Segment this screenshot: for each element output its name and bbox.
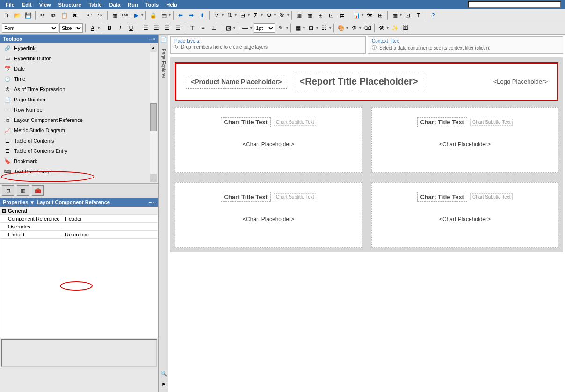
report-title-placeholder[interactable]: <Report Title Placeholder> [295,73,423,90]
lock-icon[interactable]: 🔒 [148,11,158,20]
paste-icon[interactable]: 📋 [59,11,69,20]
condition-icon[interactable]: ⚑ [160,382,167,389]
toolbox-metric-studio[interactable]: 📈Metric Studio Diagram [0,125,158,135]
chart-cell-3[interactable]: Chart Title TextChart Subtitle Text <Cha… [175,182,362,248]
font-select[interactable]: Font [2,23,58,33]
valign-top-icon[interactable]: ⊤ [188,23,197,33]
menu-table[interactable]: Table [85,1,106,8]
query-icon[interactable]: 🔍 [160,371,167,378]
bullets-icon[interactable]: ☷ [319,23,329,33]
delete-icon[interactable]: ✖ [70,11,80,20]
chart-cell-4[interactable]: Chart Title TextChart Subtitle Text <Cha… [371,182,558,248]
map-icon[interactable]: 🗺 [365,11,374,20]
context-filter-zone[interactable]: Context filter: ⓘSelect a data container… [368,36,563,54]
toolbox-textbox-prompt[interactable]: ⌨Text Box Prompt [0,166,158,177]
tab-insertable[interactable]: ⊞ [2,185,14,196]
text-icon[interactable]: T [414,11,423,20]
size-select[interactable]: Size [59,23,83,33]
italic-icon[interactable]: I [116,23,125,33]
props-group-general[interactable]: ⊟General [0,207,158,215]
line-color-icon[interactable]: ✎ [276,23,286,33]
sum-icon[interactable]: Σ [251,11,261,20]
logo-placeholder[interactable]: <Logo Placeholder> [493,78,548,85]
report-header-block[interactable]: <Product Name Placeholder> <Report Title… [175,62,558,101]
filter-icon[interactable]: ⧩ [212,11,221,20]
tab-toolbox[interactable]: 🧰 [32,185,44,196]
scrollbar[interactable]: ▲ [150,44,157,182]
group-icon[interactable]: ⊟ [238,11,247,20]
menu-file[interactable]: File [2,1,18,8]
pages-icon[interactable]: 📄 [160,36,167,44]
copy-icon[interactable]: ⧉ [49,11,58,20]
menu-structure[interactable]: Structure [55,1,85,8]
props-row-embed[interactable]: EmbedReference [0,231,158,239]
valign-middle-icon[interactable]: ≡ [198,23,208,33]
toolbox-hyperlink[interactable]: 🔗Hyperlink [0,43,158,53]
validate-icon[interactable]: ▦ [110,11,119,20]
undo-icon[interactable]: ↶ [85,11,94,20]
toolbox-hyperlink-button[interactable]: ▭Hyperlink Button [0,53,158,64]
list-icon[interactable]: ▥ [294,11,304,20]
new-icon[interactable]: 🗋 [2,11,11,20]
headers-icon[interactable]: ▤ [159,11,168,20]
toolbox-time[interactable]: 🕒Time [0,74,158,84]
minimize-icon[interactable]: – [149,200,152,205]
table-icon[interactable]: ▦ [390,11,399,20]
image-icon[interactable]: 🖼 [401,23,410,33]
tab-data[interactable]: ▥ [17,185,29,196]
calc-icon[interactable]: ⚙ [264,11,274,20]
toolbox-asoftime[interactable]: ⏱As of Time Expression [0,84,158,94]
crosstab-icon[interactable]: ▦ [305,11,314,20]
search-input[interactable] [468,1,561,8]
tools-icon[interactable]: 🛠 [377,23,386,33]
chart-cell-2[interactable]: Chart Title TextChart Subtitle Text <Cha… [371,107,558,173]
menu-run[interactable]: Run [124,1,141,8]
xml-icon[interactable]: XML [121,11,130,20]
sort-icon[interactable]: ⇅ [225,11,234,20]
up-icon[interactable]: ⬆ [197,11,207,20]
help-icon[interactable]: ? [428,11,438,20]
toolbox-layout-component-reference[interactable]: ⧉Layout Component Reference [0,115,158,125]
run-icon[interactable]: ▶ [131,11,141,20]
align-right-icon[interactable]: ☰ [162,23,172,33]
menu-data[interactable]: Data [105,1,124,8]
menu-edit[interactable]: Edit [18,1,36,8]
minimize-icon[interactable]: – [149,36,152,42]
chart-icon[interactable]: 📊 [352,11,361,20]
open-icon[interactable]: 📂 [13,11,22,20]
bold-icon[interactable]: B [105,23,114,33]
toolbox-toc[interactable]: ☰Table of Contents [0,135,158,146]
menu-help[interactable]: Help [162,1,181,8]
padding-icon[interactable]: ⊡ [306,23,316,33]
chart-cell-1[interactable]: Chart Title TextChart Subtitle Text <Cha… [175,107,362,173]
line-width-select[interactable]: 1pt [254,23,275,33]
close-icon[interactable]: ▫ [153,36,155,42]
wand-icon[interactable]: ✨ [390,23,399,33]
back-icon[interactable]: ⬅ [176,11,185,20]
save-icon[interactable]: 💾 [23,11,33,20]
bg-color-icon[interactable]: ▨ [224,23,233,33]
align-left-icon[interactable]: ☰ [141,23,150,33]
underline-icon[interactable]: U [126,23,136,33]
product-name-placeholder[interactable]: <Product Name Placeholder> [186,75,287,89]
border-icon[interactable]: ▦ [293,23,303,33]
scroll-up-icon[interactable]: ▲ [150,44,157,52]
font-color-icon[interactable]: A [88,23,97,33]
swap-icon[interactable]: ⇄ [337,11,347,20]
style-icon[interactable]: 🎨 [336,23,346,33]
conditional-icon[interactable]: ⚗ [349,23,359,33]
cut-icon[interactable]: ✂ [38,11,47,20]
align-center-icon[interactable]: ☰ [152,23,161,33]
close-icon[interactable]: ▫ [153,200,155,205]
scroll-thumb[interactable] [150,103,157,131]
valign-bottom-icon[interactable]: ⊥ [209,23,218,33]
toolbox-date[interactable]: 📅Date [0,64,158,74]
props-row-overrides[interactable]: Overrides [0,223,158,231]
percent-icon[interactable]: % [277,11,287,20]
props-row-component-reference[interactable]: Component ReferenceHeader [0,215,158,223]
clear-format-icon[interactable]: ⌫ [362,23,372,33]
menu-view[interactable]: View [36,1,55,8]
toolbox-bookmark[interactable]: 🔖Bookmark [0,156,158,166]
toolbox-page-number[interactable]: 📄Page Number [0,94,158,105]
line-style-icon[interactable]: — [240,23,250,33]
